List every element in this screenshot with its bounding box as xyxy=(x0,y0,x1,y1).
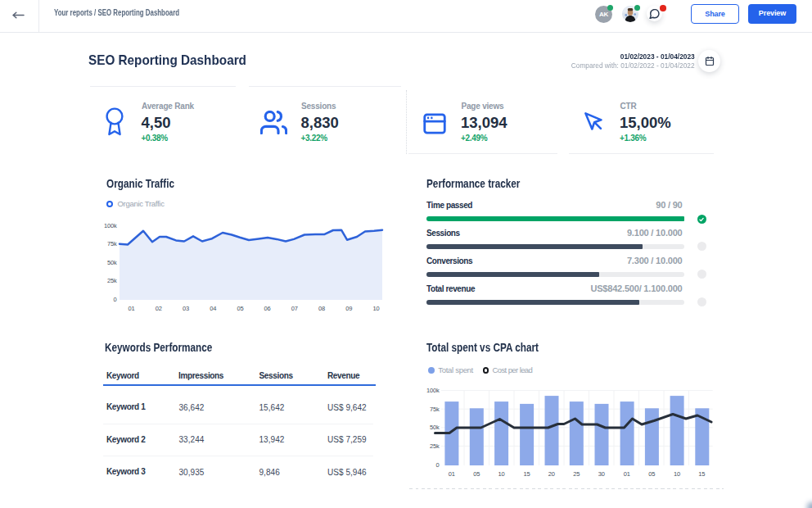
svg-text:25: 25 xyxy=(573,470,580,478)
svg-text:100k: 100k xyxy=(426,387,440,394)
svg-text:01: 01 xyxy=(624,470,630,478)
svg-text:10: 10 xyxy=(498,470,505,478)
svg-text:05: 05 xyxy=(648,470,655,478)
svg-text:100k: 100k xyxy=(104,222,117,229)
svg-text:09: 09 xyxy=(345,305,352,312)
svg-text:75k: 75k xyxy=(107,240,117,247)
svg-text:20: 20 xyxy=(548,470,555,478)
svg-text:05: 05 xyxy=(473,470,480,478)
svg-text:10: 10 xyxy=(674,470,680,478)
svg-text:75k: 75k xyxy=(430,406,440,413)
svg-text:01: 01 xyxy=(129,305,135,312)
svg-text:02: 02 xyxy=(156,305,162,312)
svg-text:07: 07 xyxy=(291,305,298,312)
svg-text:15: 15 xyxy=(523,470,530,478)
svg-text:0: 0 xyxy=(114,296,117,303)
svg-text:03: 03 xyxy=(183,305,189,312)
svg-text:05: 05 xyxy=(237,305,243,312)
svg-text:10: 10 xyxy=(372,305,379,312)
svg-text:06: 06 xyxy=(264,305,271,312)
svg-text:01: 01 xyxy=(449,470,455,478)
svg-text:50k: 50k xyxy=(430,424,440,431)
svg-text:25k: 25k xyxy=(430,442,440,450)
svg-text:0: 0 xyxy=(436,461,440,469)
svg-text:30: 30 xyxy=(598,470,605,478)
svg-text:50k: 50k xyxy=(107,259,117,266)
svg-text:08: 08 xyxy=(318,305,325,312)
svg-text:25k: 25k xyxy=(107,277,117,284)
svg-text:04: 04 xyxy=(210,305,216,312)
svg-text:15: 15 xyxy=(698,470,705,478)
